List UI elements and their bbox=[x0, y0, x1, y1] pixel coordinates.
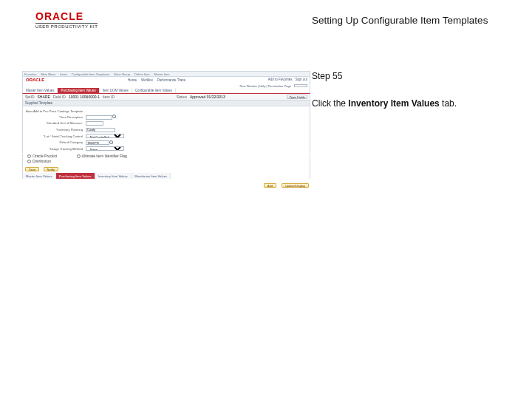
tab-configurable-item[interactable]: Configurable Item Values bbox=[132, 88, 176, 93]
crumb[interactable]: Configurable Item Templates bbox=[72, 72, 109, 76]
save-button[interactable]: Save bbox=[25, 167, 39, 171]
std-uom-input[interactable] bbox=[86, 121, 103, 126]
crumb[interactable]: Master Item bbox=[154, 72, 170, 76]
breadcrumb-bar: Favorites Main Menu Items Configurable I… bbox=[22, 71, 310, 77]
top-tabs: Master Item Values Purchasing Item Value… bbox=[22, 88, 310, 94]
trace1-select[interactable]: Not Controlled bbox=[86, 134, 124, 138]
check-group: Oracle Product Ultimate Item Identifier … bbox=[22, 154, 310, 166]
desc-label: *Item Description bbox=[25, 115, 86, 119]
oracle-subtitle: USER PRODUCTIVITY KIT bbox=[35, 23, 98, 29]
tab2-purchasing[interactable]: Purchasing Item Values bbox=[56, 173, 95, 179]
std-uom-label: Standard Unit of Measure: bbox=[25, 121, 86, 125]
fieldid-value: 10001 10060000-1 bbox=[69, 95, 100, 99]
planning-label: *Inventory Planning bbox=[25, 128, 86, 132]
app-screenshot: Favorites Main Menu Items Configurable I… bbox=[22, 71, 310, 211]
app-logo: ORACLE bbox=[23, 77, 47, 83]
info-bar: SetID SHARE Field ID 10001 10060000-1 It… bbox=[22, 94, 310, 100]
tab-purchasing-item[interactable]: Purchasing Item Values bbox=[58, 88, 99, 93]
instruction-target: Inventory Item Values bbox=[348, 98, 439, 109]
section-title: Supplied Template bbox=[22, 100, 310, 106]
setid-label: SetID bbox=[25, 95, 35, 99]
action-bar: Save Notify bbox=[22, 166, 310, 173]
crumb[interactable]: Value Group bbox=[114, 72, 130, 76]
check-distribution[interactable] bbox=[27, 160, 31, 163]
check-identifier-flag-label: Ultimate Item Identifier Flag bbox=[82, 154, 127, 158]
search-icon[interactable] bbox=[109, 140, 113, 144]
status-value: Approved 01/22/2013 bbox=[190, 95, 225, 99]
search-icon[interactable] bbox=[112, 115, 116, 118]
nav-favorites[interactable]: Add to Favorites bbox=[268, 78, 293, 83]
trace1-label: *Lot / Serial Tracking Control bbox=[25, 134, 86, 138]
trace2-label: *Usage Tracking Method bbox=[25, 147, 86, 151]
check-identifier-flag[interactable] bbox=[77, 154, 81, 158]
fieldid-label: Field ID bbox=[53, 95, 66, 99]
crumb[interactable]: Favorites bbox=[24, 72, 36, 76]
check-oracle-product-label: Oracle Product bbox=[33, 154, 57, 158]
planning-input[interactable] bbox=[86, 128, 115, 132]
oracle-logo: ORACLE bbox=[35, 10, 98, 22]
page-title: Setting Up Configurable Item Templates bbox=[312, 15, 511, 26]
update-display-button[interactable]: Update/Display bbox=[282, 183, 309, 188]
category-label: Default Category bbox=[25, 140, 86, 144]
app-nav: ORACLE Home Worklist Performance Trace A… bbox=[22, 77, 310, 83]
check-oracle-product[interactable] bbox=[27, 154, 31, 158]
itemid-label: Item ID bbox=[103, 95, 115, 99]
status-label: Status bbox=[177, 95, 187, 99]
tab-item-uom[interactable]: Item UOM Values bbox=[100, 88, 132, 93]
instruction-post: tab. bbox=[440, 98, 457, 109]
tab-master-item[interactable]: Master Item Values bbox=[23, 88, 58, 93]
crumb[interactable]: Items bbox=[60, 72, 67, 76]
notify-button[interactable]: Notify bbox=[44, 167, 58, 171]
brand-block: ORACLE USER PRODUCTIVITY KIT bbox=[35, 10, 98, 29]
bottom-tabs: Master Item Values Purchasing Item Value… bbox=[22, 173, 310, 179]
step-number: Step 55 bbox=[312, 71, 511, 81]
setid-value: SHARE bbox=[38, 95, 50, 99]
open-fields-button[interactable]: Open Fields bbox=[287, 95, 307, 99]
nav-worklist[interactable]: Worklist bbox=[141, 78, 153, 82]
form: Auto-Add to Priv Price Catalogs Template… bbox=[22, 106, 310, 153]
instruction-pre: Click the bbox=[312, 98, 348, 109]
auto-add-label: Auto-Add to Priv Price Catalogs Template bbox=[25, 109, 86, 113]
tab2-master[interactable]: Master Item Values bbox=[23, 173, 56, 179]
check-distribution-label: Distribution bbox=[33, 159, 51, 163]
nav-perf[interactable]: Performance Trace bbox=[157, 78, 185, 82]
tab2-warehouse[interactable]: Warehouse Item Values bbox=[132, 173, 171, 179]
search-input[interactable] bbox=[294, 84, 307, 87]
step-instruction: Click the Inventory Item Values tab. bbox=[312, 98, 511, 110]
category-input[interactable] bbox=[86, 140, 109, 145]
tab2-inventory[interactable]: Inventory Item Values bbox=[95, 173, 132, 179]
desc-input[interactable] bbox=[86, 115, 112, 120]
trace2-select[interactable]: None bbox=[86, 146, 124, 151]
instruction-panel: Step 55 Click the Inventory Item Values … bbox=[312, 71, 511, 110]
nav-home[interactable]: Home bbox=[128, 78, 137, 82]
subnav-links[interactable]: New Window | Help | Personalize Page bbox=[240, 84, 291, 88]
crumb[interactable]: Main Menu bbox=[41, 72, 55, 76]
nav-links: Home Worklist Performance Trace bbox=[47, 77, 265, 83]
crumb[interactable]: Define Item bbox=[134, 72, 149, 76]
nav-signout[interactable]: Sign out bbox=[295, 78, 307, 83]
add-button[interactable]: Add bbox=[264, 183, 276, 188]
